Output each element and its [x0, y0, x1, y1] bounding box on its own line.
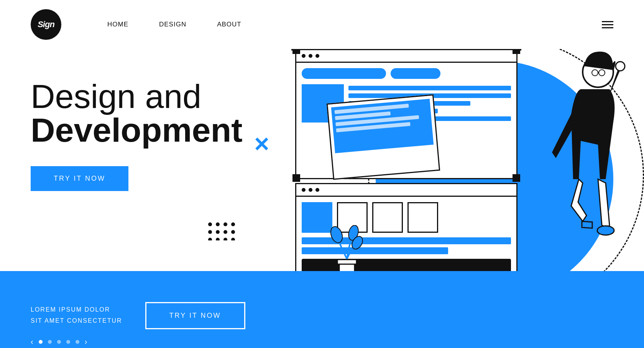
- bottom-text-line2: SIT AMET CONSECTETUR: [31, 315, 122, 327]
- hamburger-line-2: [602, 24, 613, 25]
- nav-links: HOME DESIGN ABOUT: [107, 21, 242, 28]
- hero-cta-button[interactable]: TRY IT NOW: [31, 166, 128, 191]
- person-illustration: [521, 49, 629, 271]
- card-4: [407, 202, 438, 233]
- handle-bl: [292, 174, 300, 182]
- pagination-next[interactable]: ›: [85, 337, 87, 346]
- pg-dot-4[interactable]: [66, 340, 70, 344]
- svg-point-11: [231, 238, 235, 240]
- browser-dot-3: [315, 54, 319, 58]
- laptop-line-1: [334, 104, 409, 114]
- svg-point-2: [223, 222, 227, 226]
- browser-dot-1: [302, 54, 306, 58]
- svg-point-3: [231, 222, 235, 226]
- bottom-cta-button[interactable]: TRY IT NOW: [145, 302, 245, 329]
- logo-text: Sign: [38, 20, 54, 29]
- nav-home[interactable]: HOME: [107, 21, 128, 28]
- laptop-illustration: [327, 94, 440, 180]
- browser-dot-b1: [302, 188, 306, 192]
- browser-dot-2: [309, 54, 312, 58]
- browser-buttons: [302, 68, 511, 79]
- svg-point-9: [216, 238, 220, 240]
- hero-illustration: [276, 49, 644, 271]
- svg-rect-13: [337, 260, 356, 264]
- browser-btn-wide: [302, 68, 386, 79]
- browser-top-bar: [296, 50, 516, 63]
- handle-top-right: [514, 49, 521, 51]
- nav-design[interactable]: DESIGN: [159, 21, 186, 28]
- hamburger-line-1: [602, 21, 613, 22]
- card-plant: [302, 202, 332, 233]
- svg-point-6: [223, 230, 227, 234]
- pg-dot-1[interactable]: [39, 340, 43, 344]
- bottom-pagination: ‹ ›: [31, 337, 87, 346]
- bottom-section: LOREM IPSUM DOLOR SIT AMET CONSECTETUR T…: [0, 271, 644, 348]
- browser-dot-b3: [315, 188, 319, 192]
- svg-point-7: [231, 230, 235, 234]
- plant-decoration: [330, 225, 364, 271]
- pg-dot-2[interactable]: [48, 340, 52, 344]
- svg-point-22: [597, 226, 614, 235]
- svg-point-21: [616, 62, 625, 71]
- handle-top-left: [291, 49, 299, 51]
- browser-btn-med: [391, 68, 440, 79]
- pg-dot-5[interactable]: [76, 340, 79, 344]
- hero-section: Design and Development TRY IT NOW ✕: [0, 49, 644, 271]
- svg-point-1: [216, 222, 220, 226]
- hamburger-line-3: [602, 27, 613, 28]
- nav-about[interactable]: ABOUT: [217, 21, 242, 28]
- svg-point-0: [208, 222, 212, 226]
- hero-title-bold: Development: [31, 113, 261, 147]
- pagination-prev[interactable]: ‹: [31, 337, 33, 346]
- bottom-text-line1: LOREM IPSUM DOLOR: [31, 304, 122, 315]
- svg-point-5: [216, 230, 220, 234]
- pg-dot-3[interactable]: [57, 340, 61, 344]
- deco-dots: [207, 221, 238, 240]
- card-3: [372, 202, 403, 233]
- handle-br: [513, 174, 520, 182]
- hero-title-light: Design and: [31, 80, 261, 113]
- bt-line-1: [348, 86, 511, 90]
- svg-point-14: [330, 225, 345, 244]
- browser-window-bottom: [295, 183, 518, 271]
- svg-point-4: [208, 230, 212, 234]
- logo[interactable]: Sign: [31, 9, 61, 40]
- browser-dot-b2: [309, 188, 312, 192]
- hero-left: Design and Development TRY IT NOW: [31, 57, 261, 191]
- laptop-screen: [331, 99, 434, 153]
- bb-line-2: [302, 247, 448, 254]
- bottom-text: LOREM IPSUM DOLOR SIT AMET CONSECTETUR: [31, 304, 122, 327]
- svg-point-8: [208, 238, 212, 240]
- svg-point-10: [223, 238, 227, 240]
- hamburger-menu[interactable]: [602, 21, 613, 28]
- navbar: Sign HOME DESIGN ABOUT: [0, 0, 644, 49]
- browser-bottom-bar: [296, 184, 516, 197]
